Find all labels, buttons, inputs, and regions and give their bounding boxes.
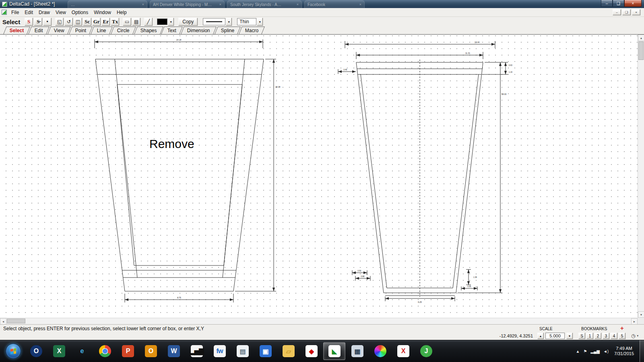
child-close-button[interactable]: × bbox=[632, 9, 640, 15]
title-bar[interactable]: … × AH Denver White Shipping - M… × Sout… bbox=[0, 0, 644, 8]
bookmark-3[interactable]: 3 bbox=[603, 333, 609, 339]
scroll-right-button[interactable]: ► bbox=[631, 318, 638, 325]
menu-window[interactable]: Window bbox=[91, 9, 114, 16]
taskbar-app-icon: ▂▅▇ bbox=[191, 345, 203, 357]
menu-edit[interactable]: Edit bbox=[22, 9, 36, 16]
erase-button[interactable]: Er bbox=[101, 18, 110, 26]
taskbar-internet-explorer[interactable]: e bbox=[71, 342, 93, 360]
line-style-field[interactable] bbox=[203, 18, 225, 25]
color-dropdown-button[interactable]: ▼ bbox=[168, 18, 174, 26]
scroll-down-icon: ▼ bbox=[640, 313, 643, 316]
group-button[interactable]: Gr bbox=[92, 18, 101, 26]
bookmark-s[interactable]: S bbox=[578, 333, 585, 339]
window-restore-button[interactable]: ❑ bbox=[613, 0, 624, 7]
taskbar-outlook[interactable]: O bbox=[140, 342, 162, 360]
tool-glyph: ▭ bbox=[125, 19, 129, 25]
vertical-scroll-thumb[interactable] bbox=[638, 41, 644, 60]
drawing-canvas[interactable]: 14.18 Remove 8. bbox=[0, 35, 638, 318]
line-width-dropdown-button[interactable]: ▼ bbox=[257, 18, 263, 26]
taskbar-deltacad[interactable]: ◣ bbox=[323, 342, 345, 360]
window-controls: – ❑ × bbox=[601, 0, 642, 7]
scale-down-button[interactable]: ▼ bbox=[566, 333, 573, 339]
tab-spline[interactable]: Spline bbox=[215, 27, 241, 34]
dim-foot-b: 0.88 bbox=[361, 276, 365, 278]
clock-icon[interactable]: ◷ bbox=[631, 333, 635, 339]
scale-button[interactable]: Sc bbox=[83, 18, 91, 26]
work-area: 14.18 Remove 8. bbox=[0, 35, 644, 324]
color-swatch[interactable] bbox=[157, 19, 167, 25]
taskbar-calculator[interactable]: ▦ bbox=[346, 342, 368, 360]
windows-flag-icon bbox=[10, 348, 16, 354]
window-minimize-button[interactable]: – bbox=[601, 0, 613, 7]
taskbar-opera[interactable]: O bbox=[25, 342, 47, 360]
tray-network-icon[interactable]: ▂▄▆ bbox=[590, 349, 599, 354]
tab-line[interactable]: Line bbox=[91, 27, 112, 34]
taskbar-chrome[interactable] bbox=[94, 342, 116, 360]
taskbar-x-app[interactable]: X bbox=[392, 342, 414, 360]
menu-options[interactable]: Options bbox=[69, 9, 91, 16]
scroll-down-button[interactable]: ▼ bbox=[638, 311, 644, 318]
line-style-dropdown-button[interactable]: ▼ bbox=[226, 18, 232, 26]
tray-volume-icon[interactable]: ◄) bbox=[603, 349, 609, 354]
show-desktop-button[interactable] bbox=[640, 340, 644, 362]
tray-clock[interactable]: 7:49 AM 7/31/2015 bbox=[612, 346, 636, 356]
line-draw-button[interactable]: ╱ bbox=[144, 18, 153, 26]
taskbar-color-app[interactable] bbox=[369, 342, 391, 360]
tab-dimension[interactable]: Dimension bbox=[181, 27, 216, 34]
tab-edit[interactable]: Edit bbox=[29, 27, 50, 34]
tab-point[interactable]: Point bbox=[69, 27, 93, 34]
select-point-button[interactable]: • bbox=[43, 18, 52, 26]
taskbar-powerpoint[interactable]: P bbox=[117, 342, 139, 360]
mode-label: Select bbox=[2, 19, 20, 25]
tiny-dropdown-icon[interactable]: ▾ bbox=[637, 334, 638, 337]
taskbar-fw-app[interactable]: fw bbox=[208, 342, 231, 360]
menu-draw[interactable]: Draw bbox=[36, 9, 53, 16]
child-minimize-button[interactable]: – bbox=[613, 9, 621, 15]
tab-text[interactable]: Text bbox=[161, 27, 183, 34]
bookmark-4[interactable]: 4 bbox=[611, 333, 617, 339]
scale-up-button[interactable]: ▲ bbox=[537, 333, 544, 339]
mirror-button[interactable]: ◫ bbox=[74, 18, 82, 26]
horizontal-scrollbar[interactable]: ◄ ► bbox=[0, 318, 638, 324]
move-button[interactable]: ◱ bbox=[55, 18, 64, 26]
menu-view[interactable]: View bbox=[53, 9, 69, 16]
taskbar-blue-app[interactable]: ▣ bbox=[254, 342, 277, 360]
tab-circle[interactable]: Circle bbox=[111, 27, 136, 34]
scale-value-field[interactable]: 5.000 bbox=[545, 333, 565, 339]
taskbar-notepad[interactable]: ▤ bbox=[231, 342, 254, 360]
select-button[interactable]: S bbox=[25, 18, 33, 26]
taskbar-word[interactable]: W bbox=[163, 342, 185, 360]
bookmark-1[interactable]: 1 bbox=[586, 333, 593, 339]
taskbar-app-icon: X bbox=[53, 345, 65, 357]
scroll-left-button[interactable]: ◄ bbox=[0, 318, 6, 325]
taskbar-j-app[interactable]: J bbox=[415, 342, 437, 360]
taskbar-app-icon bbox=[99, 345, 111, 357]
tray-expand-icon[interactable]: ▲ bbox=[576, 349, 580, 354]
window-close-button[interactable]: × bbox=[624, 0, 642, 7]
tab-macro[interactable]: Macro bbox=[239, 27, 265, 34]
scroll-up-button[interactable]: ▲ bbox=[638, 35, 644, 41]
tab-shapes[interactable]: Shapes bbox=[134, 27, 163, 34]
copy-button[interactable]: Copy bbox=[178, 18, 198, 26]
horizontal-scroll-thumb[interactable] bbox=[7, 319, 25, 323]
taskbar-excel[interactable]: X bbox=[48, 342, 70, 360]
taskbar-folder[interactable]: ▱ bbox=[277, 342, 299, 360]
menu-file[interactable]: File bbox=[8, 9, 22, 16]
tray-flag-icon[interactable]: ⚑ bbox=[583, 349, 587, 354]
menu-help[interactable]: Help bbox=[114, 9, 130, 16]
tab-view[interactable]: View bbox=[47, 27, 70, 34]
taskbar-adobe-reader[interactable]: ◆ bbox=[300, 342, 322, 360]
bookmark-5[interactable]: 5 bbox=[619, 333, 625, 339]
select-add-button[interactable]: S̶ bbox=[34, 18, 42, 26]
start-button[interactable] bbox=[6, 343, 21, 359]
vertical-scrollbar[interactable]: ▲ ▼ bbox=[638, 35, 644, 318]
clipboard-button[interactable]: ▤ bbox=[132, 18, 140, 26]
tab-select[interactable]: Select bbox=[3, 27, 30, 34]
zoom-window-button[interactable]: ▭ bbox=[123, 18, 131, 26]
line-width-field[interactable]: Thin bbox=[237, 18, 256, 25]
text-button[interactable]: Tx bbox=[111, 18, 119, 26]
child-restore-button[interactable]: ❑ bbox=[622, 9, 631, 15]
bookmark-2[interactable]: 2 bbox=[594, 333, 601, 339]
taskbar-chart-app[interactable]: ▂▅▇ bbox=[186, 342, 208, 360]
rotate-button[interactable]: ↺ bbox=[64, 18, 73, 26]
